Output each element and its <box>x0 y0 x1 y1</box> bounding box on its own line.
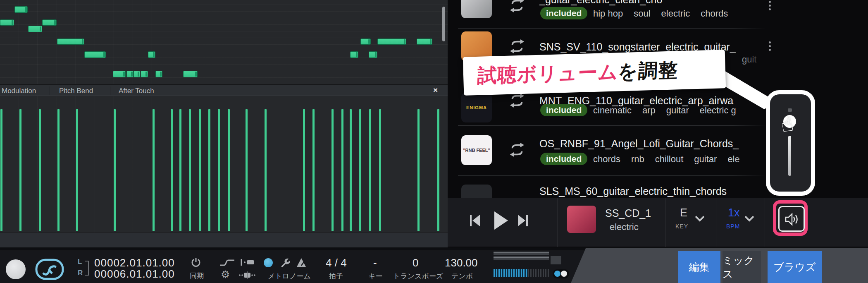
midi-note[interactable] <box>377 38 406 45</box>
tag-chip[interactable]: chords <box>701 8 728 19</box>
wrench-icon[interactable] <box>280 258 291 268</box>
loop-repeat-icon[interactable] <box>509 93 525 108</box>
punch-range-icon[interactable] <box>238 271 256 279</box>
velocity-bar[interactable] <box>218 109 220 231</box>
midi-note[interactable] <box>148 51 155 58</box>
tag-chip[interactable]: cinematic <box>593 105 632 115</box>
transpose-value[interactable]: 0 <box>413 257 418 269</box>
power-icon[interactable] <box>191 257 201 267</box>
midi-note[interactable] <box>113 71 126 77</box>
tag-chip[interactable]: guitar <box>694 154 717 164</box>
velocity-bar[interactable] <box>379 109 381 231</box>
song-key-value[interactable]: - <box>373 257 377 269</box>
midi-note[interactable] <box>183 71 198 77</box>
tab-pitch-bend[interactable]: Pitch Bend <box>59 87 93 95</box>
velocity-bar[interactable] <box>228 109 230 231</box>
velocity-bar[interactable] <box>171 109 173 231</box>
mix-view-button[interactable]: ミックス <box>723 251 761 283</box>
velocity-bar[interactable] <box>208 109 210 231</box>
midi-note[interactable] <box>14 6 28 13</box>
velocity-bar[interactable] <box>179 109 181 231</box>
metronome-label[interactable]: メトロノーム <box>268 271 311 281</box>
velocity-bar[interactable] <box>265 109 267 231</box>
velocity-bar[interactable] <box>341 109 343 231</box>
next-button[interactable] <box>517 214 529 227</box>
time-signature-value[interactable]: 4 / 4 <box>326 257 347 269</box>
midi-note[interactable] <box>126 71 134 77</box>
tag-chip[interactable]: hip hop <box>593 8 623 19</box>
velocity-bar[interactable] <box>303 109 305 231</box>
metronome-icon[interactable] <box>296 258 308 268</box>
velocity-bar[interactable] <box>0 109 2 231</box>
more-options-icon[interactable] <box>769 1 771 12</box>
midi-note[interactable] <box>350 51 358 58</box>
close-icon[interactable]: × <box>433 86 438 95</box>
velocity-bar[interactable] <box>331 109 334 231</box>
browse-view-button[interactable]: ブラウズ <box>768 251 822 283</box>
loop-repeat-icon[interactable] <box>509 142 525 158</box>
tag-chip[interactable]: soul <box>634 8 650 19</box>
velocity-bar[interactable] <box>312 109 315 231</box>
midi-note[interactable] <box>134 71 140 77</box>
previous-button[interactable] <box>469 214 481 227</box>
loop-start-label: L <box>78 258 82 266</box>
chevron-down-icon[interactable] <box>695 216 705 222</box>
tab-after-touch[interactable]: After Touch <box>119 87 154 95</box>
velocity-bar[interactable] <box>359 109 361 231</box>
piano-roll[interactable] <box>0 0 448 84</box>
midi-note[interactable] <box>155 71 162 77</box>
tab-modulation[interactable]: Modulation <box>2 87 36 95</box>
velocity-bar[interactable] <box>153 109 155 231</box>
volume-slider-track[interactable] <box>788 136 791 176</box>
velocity-bar[interactable] <box>57 109 60 231</box>
tag-chip[interactable]: rnb <box>631 154 644 164</box>
more-options-icon[interactable] <box>769 41 771 53</box>
arranger-strip-end <box>551 256 561 264</box>
velocity-lane[interactable] <box>0 96 448 233</box>
tag-chip[interactable]: chillout <box>655 154 683 164</box>
velocity-bar[interactable] <box>114 109 116 231</box>
tag-chip[interactable]: electric g <box>700 105 736 115</box>
midi-note[interactable] <box>141 71 148 77</box>
play-button[interactable] <box>493 211 509 230</box>
velocity-bar[interactable] <box>246 109 248 231</box>
sync-label[interactable]: 同期 <box>190 271 204 281</box>
tempo-value[interactable]: 130.00 <box>445 257 478 269</box>
velocity-bar[interactable] <box>39 109 41 231</box>
velocity-bar[interactable] <box>417 109 420 231</box>
gear-icon[interactable]: ⚙ <box>221 269 230 281</box>
midi-note[interactable] <box>28 26 42 32</box>
tag-chip[interactable]: chords <box>593 154 620 164</box>
monitor-toggle[interactable] <box>553 269 569 278</box>
loop-end-time[interactable]: 00006.01.01.00 <box>94 268 175 281</box>
velocity-bar[interactable] <box>437 109 439 231</box>
midi-note[interactable] <box>360 38 371 45</box>
tag-chip[interactable]: electric <box>661 8 690 19</box>
tag-chip[interactable]: arp <box>642 105 656 115</box>
velocity-bar[interactable] <box>189 109 191 231</box>
midi-note[interactable] <box>42 19 57 26</box>
velocity-bar[interactable] <box>76 109 78 231</box>
record-button[interactable] <box>6 259 26 279</box>
midi-note[interactable] <box>84 51 106 58</box>
midi-note[interactable] <box>57 38 84 45</box>
tempo-curve-icon[interactable] <box>219 259 235 266</box>
loop-repeat-icon[interactable] <box>509 38 525 54</box>
velocity-bar[interactable] <box>19 109 21 231</box>
click-enabled-dot[interactable] <box>264 258 273 267</box>
midi-note[interactable] <box>417 38 432 45</box>
chevron-down-icon[interactable] <box>744 216 754 222</box>
lr-bracket <box>85 261 89 276</box>
punch-in-icon[interactable] <box>240 259 255 266</box>
velocity-bar[interactable] <box>350 109 352 231</box>
velocity-bar[interactable] <box>199 109 201 231</box>
midi-note[interactable] <box>369 51 377 58</box>
velocity-bar[interactable] <box>369 109 371 231</box>
loop-repeat-icon[interactable] <box>509 0 525 13</box>
midi-note[interactable] <box>0 19 14 26</box>
preview-volume-button[interactable] <box>778 206 805 232</box>
callout-rest-text: を調整 <box>618 57 679 85</box>
piano-roll-scrollbar[interactable] <box>442 7 445 41</box>
edit-view-button[interactable]: 編集 <box>678 251 720 283</box>
tag-chip[interactable]: guitar <box>666 105 689 115</box>
